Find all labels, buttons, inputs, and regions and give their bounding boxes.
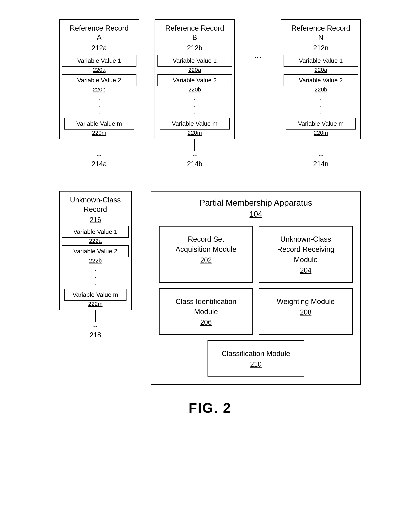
- var-value-b-2-label: Variable Value 2: [158, 74, 232, 86]
- unk-var-1: Variable Value 1 222a: [60, 226, 131, 244]
- var-value-a-m-id: 220m: [62, 130, 136, 136]
- line-unk: [95, 310, 96, 322]
- var-value-n-m: Variable Value m 220m: [284, 118, 358, 136]
- unk-var-2-id: 222b: [60, 257, 131, 264]
- module-202: Record SetAcquisition Module 202: [159, 226, 253, 283]
- connector-b-label: 214b: [187, 160, 202, 168]
- var-value-n-1: Variable Value 1 220a: [281, 55, 360, 73]
- dots-n: ···: [281, 94, 360, 118]
- top-ellipsis: ...: [250, 50, 265, 60]
- unk-var-2-label: Variable Value 2: [62, 245, 129, 257]
- var-value-a-2-label: Variable Value 2: [62, 74, 136, 86]
- var-value-a-m: Variable Value m 220m: [62, 118, 136, 136]
- squiggle-b: ⌢: [192, 151, 197, 159]
- var-value-b-m-id: 220m: [158, 130, 232, 136]
- var-value-n-2: Variable Value 2 220b: [281, 74, 360, 93]
- module-208-id: 208: [263, 308, 348, 316]
- pma-bottom-module-row: Classification Module 210: [159, 340, 353, 377]
- module-210: Classification Module 210: [208, 340, 304, 377]
- unknown-class-box: Unknown-ClassRecord 216 Variable Value 1…: [59, 191, 132, 310]
- var-value-b-1-id: 220a: [155, 67, 234, 73]
- module-202-title: Record SetAcquisition Module: [163, 234, 249, 255]
- module-208: Weighting Module 208: [259, 288, 353, 335]
- var-value-a-1-label: Variable Value 1: [62, 55, 136, 67]
- ref-record-n-title: Reference RecordN: [281, 20, 360, 44]
- var-value-n-m-label: Variable Value m: [286, 118, 356, 130]
- connector-unk-label: 218: [90, 331, 101, 339]
- module-210-title: Classification Module: [212, 349, 300, 359]
- line-n: [321, 139, 321, 151]
- connector-a: ⌢ 214a: [59, 139, 139, 168]
- module-206-title: Class IdentificationModule: [163, 296, 249, 317]
- var-value-b-1: Variable Value 1 220a: [155, 55, 234, 73]
- ref-record-n-id: 212n: [281, 44, 360, 55]
- module-204: Unknown-ClassRecord ReceivingModule 204: [259, 226, 353, 283]
- squiggle-unk: ⌢: [93, 322, 98, 330]
- module-210-id: 210: [212, 360, 300, 368]
- unk-var-2: Variable Value 2 222b: [60, 245, 131, 264]
- ref-record-b-id: 212b: [155, 44, 234, 55]
- top-section: Reference RecordA 212a Variable Value 1 …: [15, 11, 405, 168]
- var-value-n-2-label: Variable Value 2: [284, 74, 358, 86]
- ref-record-b-box: Reference RecordB 212b Variable Value 1 …: [155, 19, 235, 139]
- var-value-n-2-id: 220b: [281, 86, 360, 93]
- dots-a: ···: [60, 94, 139, 118]
- connector-n: ⌢ 214n: [281, 139, 361, 168]
- var-value-a-2-id: 220b: [60, 86, 139, 93]
- var-value-b-2: Variable Value 2 220b: [155, 74, 234, 93]
- pma-box: Partial Membership Apparatus 104 Record …: [151, 191, 361, 385]
- line-a: [99, 139, 99, 151]
- line-b: [194, 139, 195, 151]
- module-202-id: 202: [163, 256, 249, 264]
- connector-b: ⌢ 214b: [155, 139, 235, 168]
- connector-n-label: 214n: [313, 160, 329, 168]
- var-value-b-2-id: 220b: [155, 86, 234, 93]
- record-b-group: Reference RecordB 212b Variable Value 1 …: [155, 19, 235, 168]
- unknown-class-id: 216: [60, 216, 131, 226]
- ref-record-a-title: Reference RecordA: [60, 20, 139, 44]
- module-204-title: Unknown-ClassRecord ReceivingModule: [263, 234, 348, 265]
- pma-id: 104: [159, 210, 353, 218]
- pma-title: Partial Membership Apparatus: [159, 197, 353, 208]
- squiggle-a: ⌢: [97, 151, 101, 159]
- record-n-group: Reference RecordN 212n Variable Value 1 …: [281, 19, 361, 168]
- var-value-b-m-label: Variable Value m: [160, 118, 230, 130]
- module-206-id: 206: [163, 318, 249, 327]
- module-204-id: 204: [263, 266, 348, 274]
- var-value-b-1-label: Variable Value 1: [158, 55, 232, 67]
- ref-record-a-id: 212a: [60, 44, 139, 55]
- var-value-n-m-id: 220m: [284, 130, 358, 136]
- ref-record-b-title: Reference RecordB: [155, 20, 234, 44]
- var-value-n-1-label: Variable Value 1: [284, 55, 358, 67]
- record-a-group: Reference RecordA 212a Variable Value 1 …: [59, 19, 139, 168]
- module-206: Class IdentificationModule 206: [159, 288, 253, 335]
- unknown-class-title: Unknown-ClassRecord: [60, 192, 131, 216]
- var-value-a-2: Variable Value 2 220b: [60, 74, 139, 93]
- unknown-record-group: Unknown-ClassRecord 216 Variable Value 1…: [59, 191, 132, 339]
- var-value-n-1-id: 220a: [281, 67, 360, 73]
- var-value-a-1-id: 220a: [60, 67, 139, 73]
- diagram-container: Reference RecordA 212a Variable Value 1 …: [15, 11, 405, 416]
- pma-modules-grid: Record SetAcquisition Module 202 Unknown…: [159, 226, 353, 335]
- connector-a-label: 214a: [91, 160, 107, 168]
- bottom-section: Unknown-ClassRecord 216 Variable Value 1…: [15, 191, 405, 385]
- module-208-title: Weighting Module: [263, 296, 348, 307]
- var-value-b-m: Variable Value m 220m: [158, 118, 232, 136]
- ref-record-n-box: Reference RecordN 212n Variable Value 1 …: [281, 19, 361, 139]
- unk-var-m-id: 222m: [62, 301, 129, 307]
- var-value-a-m-label: Variable Value m: [64, 118, 134, 130]
- dots-b: ···: [155, 94, 234, 118]
- unk-var-1-id: 222a: [60, 238, 131, 244]
- unk-var-m: Variable Value m 222m: [62, 289, 129, 307]
- ref-record-a-box: Reference RecordA 212a Variable Value 1 …: [59, 19, 139, 139]
- unk-var-m-label: Variable Value m: [64, 289, 127, 301]
- fig-label: FIG. 2: [15, 400, 405, 416]
- dots-unk: ···: [60, 265, 131, 289]
- unk-var-1-label: Variable Value 1: [62, 226, 129, 238]
- var-value-a-1: Variable Value 1 220a: [60, 55, 139, 73]
- squiggle-n: ⌢: [319, 151, 323, 159]
- connector-unk: ⌢ 218: [59, 310, 132, 339]
